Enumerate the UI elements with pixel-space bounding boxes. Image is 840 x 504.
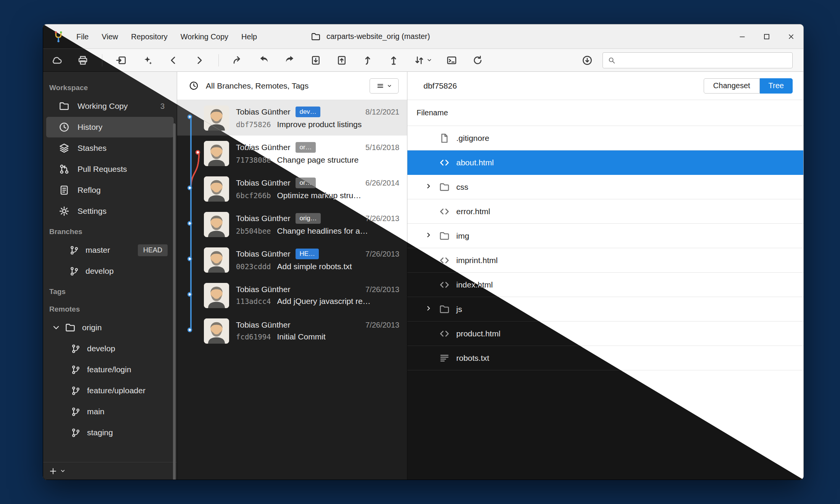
sidebar-remote-branch[interactable]: develop	[46, 338, 174, 359]
terminal-button[interactable]	[441, 52, 462, 69]
file-row[interactable]: img	[407, 224, 803, 248]
branch-filter-label: All Branches, Remotes, Tags	[206, 81, 363, 90]
commit-node	[187, 186, 192, 190]
commit-message: Change page structure	[277, 155, 359, 165]
file-row[interactable]: imprint.html	[407, 248, 803, 273]
commit-row[interactable]: Tobias Günther 7/26/2013 fcd61994 Initia…	[177, 313, 407, 349]
pop-stash-button[interactable]	[331, 52, 352, 69]
quick-actions-button[interactable]	[137, 52, 158, 69]
sidebar-item[interactable]: Working Copy 3	[46, 96, 174, 116]
sidebar-item[interactable]: Reflog	[46, 180, 174, 200]
back-button[interactable]	[163, 52, 184, 69]
commit-node	[187, 221, 192, 226]
menu-item[interactable]: Help	[235, 24, 263, 49]
file-name: css	[456, 183, 468, 192]
window-controls	[730, 24, 803, 48]
file-name: js	[456, 305, 462, 314]
minimize-button[interactable]	[730, 24, 754, 48]
sidebar-item-label: Settings	[78, 207, 107, 216]
commit-hash: 113adcc4	[236, 297, 271, 305]
update-available-button[interactable]	[577, 52, 598, 69]
commit-row[interactable]: Tobias Günther 7/26/2013 113adcc4 Add jQ…	[177, 278, 407, 313]
branch-badge: orig…	[296, 213, 320, 224]
commit-date: 7/26/2013	[365, 285, 399, 294]
sidebar-scroll-area: Workspace Working Copy 3	[43, 72, 177, 462]
branch-badge: or…	[296, 142, 315, 153]
gear-icon	[58, 205, 70, 217]
pull-button[interactable]	[357, 52, 378, 69]
menu-item[interactable]: Repository	[124, 24, 174, 49]
commit-message: Improve product listings	[277, 120, 362, 129]
history-icon	[189, 81, 199, 91]
clone-button[interactable]	[111, 52, 132, 69]
sidebar-item[interactable]: Settings	[46, 201, 174, 221]
folder-icon	[65, 322, 76, 333]
stash-icon	[58, 142, 70, 154]
commit-node	[187, 292, 192, 297]
compare-branches-button[interactable]	[409, 52, 436, 69]
undo-button[interactable]	[253, 52, 275, 69]
menu-item[interactable]: Working Copy	[174, 24, 235, 49]
close-button[interactable]	[779, 24, 803, 48]
commit-row[interactable]: Tobias Günther HE… 7/26/2013 0023cddd Ad…	[177, 242, 407, 278]
push-button[interactable]	[383, 52, 404, 69]
app-stage: FileViewRepositoryWorking CopyHelp carpa…	[43, 24, 804, 480]
code-file-icon	[439, 328, 450, 339]
branch-badge: dev…	[296, 107, 320, 117]
code-file-icon	[439, 279, 450, 291]
sidebar-branch[interactable]: develop	[46, 261, 174, 281]
menubar: FileViewRepositoryWorking CopyHelp	[70, 24, 263, 48]
sidebar-remote-branch[interactable]: main	[46, 401, 174, 422]
sidebar-item[interactable]: History	[46, 117, 174, 137]
commit-author: Tobias Günther	[236, 249, 290, 258]
menu-item[interactable]: View	[95, 24, 124, 49]
fetch-button[interactable]	[46, 52, 68, 69]
chevron-right-icon[interactable]	[425, 305, 439, 314]
commit-date: 8/12/2021	[365, 108, 399, 116]
file-name: imprint.html	[456, 256, 498, 265]
branch-icon	[71, 386, 81, 396]
sidebar-remote-branch[interactable]: staging	[46, 422, 174, 443]
sidebar-item[interactable]: Stashes	[46, 138, 174, 158]
sidebar-scrollbar[interactable]	[173, 123, 176, 480]
chevron-down-icon[interactable]	[52, 323, 61, 332]
file-row[interactable]: about.html	[407, 150, 803, 175]
file-name: robots.txt	[456, 354, 489, 363]
file-row[interactable]: css	[407, 175, 803, 199]
history-options-button[interactable]	[370, 78, 399, 94]
sidebar-remote-origin[interactable]: origin	[46, 317, 174, 338]
stash-button[interactable]	[305, 52, 326, 69]
window-title: carparts-website_orig (master)	[310, 24, 430, 48]
changeset-button[interactable]: Changeset	[704, 78, 760, 94]
maximize-button[interactable]	[754, 24, 779, 48]
chevron-right-icon[interactable]	[425, 183, 439, 192]
sidebar-branch[interactable]: master HEAD	[46, 240, 174, 260]
author-avatar	[204, 283, 229, 308]
commit-node	[195, 150, 200, 155]
redo-button[interactable]	[279, 52, 300, 69]
commit-text: Tobias Günther HE… 7/26/2013 0023cddd Ad…	[236, 249, 407, 271]
branch-icon	[69, 266, 79, 276]
commit-hash: 6bcf266b	[236, 191, 271, 200]
tree-button[interactable]: Tree	[760, 78, 793, 94]
sidebar-remote-branch[interactable]: feature/uploader	[46, 380, 174, 401]
folder-icon	[439, 230, 450, 242]
search-input[interactable]	[620, 56, 788, 65]
forward-button[interactable]	[189, 52, 210, 69]
clock-icon	[58, 121, 70, 133]
remote-branch-label: develop	[87, 344, 115, 353]
sidebar-item-label: Stashes	[78, 144, 107, 153]
add-button[interactable]	[48, 467, 66, 476]
sidebar-item[interactable]: Pull Requests	[46, 159, 174, 179]
checkout-button[interactable]	[227, 52, 249, 69]
chevron-right-icon[interactable]	[425, 231, 439, 241]
refresh-button[interactable]	[467, 52, 488, 69]
branches-header: Branches	[43, 222, 177, 239]
file-row[interactable]: .gitignore	[407, 126, 803, 150]
remote-branch-label: feature/login	[87, 365, 131, 374]
sidebar-remote-branch[interactable]: feature/login	[46, 359, 174, 380]
print-button[interactable]	[72, 52, 94, 69]
file-row[interactable]: error.html	[407, 199, 803, 224]
head-badge: HEAD	[138, 244, 168, 256]
view-toggle: Changeset Tree	[704, 78, 793, 94]
